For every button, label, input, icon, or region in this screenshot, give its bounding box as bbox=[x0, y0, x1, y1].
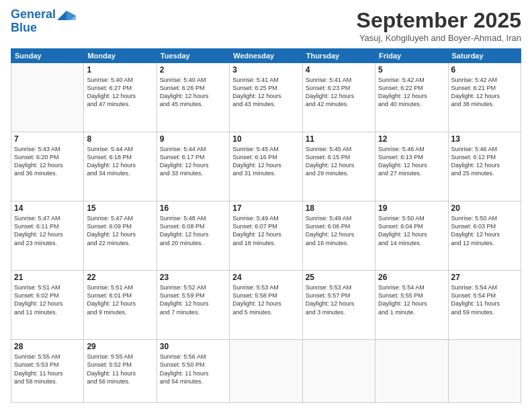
weekday-header-tuesday: Tuesday bbox=[157, 49, 229, 63]
calendar-cell: 29Sunrise: 5:55 AM Sunset: 5:52 PM Dayli… bbox=[84, 340, 157, 403]
cell-info: Sunrise: 5:40 AM Sunset: 6:27 PM Dayligh… bbox=[87, 76, 153, 109]
calendar-cell: 23Sunrise: 5:52 AM Sunset: 5:59 PM Dayli… bbox=[157, 271, 229, 340]
calendar-cell: 8Sunrise: 5:44 AM Sunset: 6:18 PM Daylig… bbox=[84, 132, 157, 201]
day-number: 25 bbox=[306, 273, 372, 282]
cell-info: Sunrise: 5:50 AM Sunset: 6:04 PM Dayligh… bbox=[378, 214, 445, 247]
cell-info: Sunrise: 5:54 AM Sunset: 5:54 PM Dayligh… bbox=[451, 283, 518, 316]
calendar-cell: 1Sunrise: 5:40 AM Sunset: 6:27 PM Daylig… bbox=[84, 63, 157, 132]
month-title: September 2025 bbox=[357, 8, 521, 33]
weekday-header-saturday: Saturday bbox=[448, 49, 521, 63]
weekday-header-thursday: Thursday bbox=[302, 49, 375, 63]
calendar-cell: 21Sunrise: 5:51 AM Sunset: 6:02 PM Dayli… bbox=[11, 271, 84, 340]
calendar-cell: 13Sunrise: 5:46 AM Sunset: 6:12 PM Dayli… bbox=[448, 132, 521, 201]
day-number: 2 bbox=[160, 65, 226, 75]
day-number: 14 bbox=[14, 203, 81, 213]
weekday-header-sunday: Sunday bbox=[11, 49, 84, 63]
day-number: 24 bbox=[232, 273, 299, 282]
weekday-header-row: SundayMondayTuesdayWednesdayThursdayFrid… bbox=[11, 49, 521, 63]
calendar-week-row: 28Sunrise: 5:55 AM Sunset: 5:53 PM Dayli… bbox=[11, 340, 521, 403]
cell-info: Sunrise: 5:46 AM Sunset: 6:13 PM Dayligh… bbox=[378, 145, 445, 178]
calendar-cell: 24Sunrise: 5:53 AM Sunset: 5:58 PM Dayli… bbox=[230, 271, 302, 340]
logo-icon bbox=[57, 11, 76, 20]
cell-info: Sunrise: 5:47 AM Sunset: 6:11 PM Dayligh… bbox=[14, 214, 81, 247]
weekday-header-monday: Monday bbox=[84, 49, 157, 63]
calendar-cell: 2Sunrise: 5:40 AM Sunset: 6:26 PM Daylig… bbox=[157, 63, 229, 132]
calendar-cell: 6Sunrise: 5:42 AM Sunset: 6:21 PM Daylig… bbox=[448, 63, 521, 132]
weekday-header-wednesday: Wednesday bbox=[230, 49, 302, 63]
cell-info: Sunrise: 5:51 AM Sunset: 6:02 PM Dayligh… bbox=[14, 283, 81, 316]
calendar-cell bbox=[11, 63, 84, 132]
cell-info: Sunrise: 5:45 AM Sunset: 6:16 PM Dayligh… bbox=[232, 145, 299, 178]
calendar-cell: 5Sunrise: 5:42 AM Sunset: 6:22 PM Daylig… bbox=[375, 63, 448, 132]
cell-info: Sunrise: 5:47 AM Sunset: 6:09 PM Dayligh… bbox=[87, 214, 153, 247]
day-number: 22 bbox=[87, 273, 153, 282]
title-block: September 2025 Yasuj, Kohgiluyeh and Boy… bbox=[357, 8, 521, 43]
day-number: 10 bbox=[232, 134, 299, 144]
cell-info: Sunrise: 5:42 AM Sunset: 6:21 PM Dayligh… bbox=[451, 76, 518, 109]
calendar-cell: 28Sunrise: 5:55 AM Sunset: 5:53 PM Dayli… bbox=[11, 340, 84, 403]
day-number: 23 bbox=[160, 273, 226, 282]
calendar-cell: 22Sunrise: 5:51 AM Sunset: 6:01 PM Dayli… bbox=[84, 271, 157, 340]
cell-info: Sunrise: 5:40 AM Sunset: 6:26 PM Dayligh… bbox=[160, 76, 226, 109]
calendar-cell: 26Sunrise: 5:54 AM Sunset: 5:55 PM Dayli… bbox=[375, 271, 448, 340]
logo: General Blue bbox=[11, 8, 76, 35]
day-number: 15 bbox=[87, 203, 153, 213]
calendar-cell: 16Sunrise: 5:48 AM Sunset: 6:08 PM Dayli… bbox=[157, 201, 229, 271]
cell-info: Sunrise: 5:55 AM Sunset: 5:53 PM Dayligh… bbox=[14, 353, 81, 385]
cell-info: Sunrise: 5:56 AM Sunset: 5:50 PM Dayligh… bbox=[160, 353, 226, 385]
day-number: 4 bbox=[306, 65, 372, 75]
day-number: 18 bbox=[306, 203, 372, 213]
calendar-cell: 30Sunrise: 5:56 AM Sunset: 5:50 PM Dayli… bbox=[157, 340, 229, 403]
day-number: 8 bbox=[87, 134, 153, 144]
day-number: 5 bbox=[378, 65, 445, 75]
calendar-cell bbox=[375, 340, 448, 403]
calendar-cell: 9Sunrise: 5:44 AM Sunset: 6:17 PM Daylig… bbox=[157, 132, 229, 201]
cell-info: Sunrise: 5:53 AM Sunset: 5:58 PM Dayligh… bbox=[232, 283, 299, 316]
calendar-cell: 11Sunrise: 5:45 AM Sunset: 6:15 PM Dayli… bbox=[302, 132, 375, 201]
calendar-cell: 15Sunrise: 5:47 AM Sunset: 6:09 PM Dayli… bbox=[84, 201, 157, 271]
logo-text: General bbox=[11, 8, 56, 21]
cell-info: Sunrise: 5:50 AM Sunset: 6:03 PM Dayligh… bbox=[451, 214, 518, 247]
cell-info: Sunrise: 5:49 AM Sunset: 6:06 PM Dayligh… bbox=[306, 214, 372, 247]
day-number: 27 bbox=[451, 273, 518, 282]
day-number: 19 bbox=[378, 203, 445, 213]
day-number: 30 bbox=[160, 342, 226, 351]
calendar-week-row: 21Sunrise: 5:51 AM Sunset: 6:02 PM Dayli… bbox=[11, 271, 521, 340]
calendar-cell: 12Sunrise: 5:46 AM Sunset: 6:13 PM Dayli… bbox=[375, 132, 448, 201]
weekday-header-friday: Friday bbox=[375, 49, 448, 63]
calendar-cell: 19Sunrise: 5:50 AM Sunset: 6:04 PM Dayli… bbox=[375, 201, 448, 271]
day-number: 16 bbox=[160, 203, 226, 213]
calendar-cell bbox=[448, 340, 521, 403]
cell-info: Sunrise: 5:41 AM Sunset: 6:23 PM Dayligh… bbox=[306, 76, 372, 109]
day-number: 7 bbox=[14, 134, 81, 144]
calendar-cell: 10Sunrise: 5:45 AM Sunset: 6:16 PM Dayli… bbox=[230, 132, 302, 201]
day-number: 13 bbox=[451, 134, 518, 144]
cell-info: Sunrise: 5:49 AM Sunset: 6:07 PM Dayligh… bbox=[232, 214, 299, 247]
calendar-cell: 7Sunrise: 5:43 AM Sunset: 6:20 PM Daylig… bbox=[11, 132, 84, 201]
calendar-cell: 18Sunrise: 5:49 AM Sunset: 6:06 PM Dayli… bbox=[302, 201, 375, 271]
day-number: 3 bbox=[232, 65, 299, 75]
cell-info: Sunrise: 5:52 AM Sunset: 5:59 PM Dayligh… bbox=[160, 283, 226, 316]
cell-info: Sunrise: 5:41 AM Sunset: 6:25 PM Dayligh… bbox=[232, 76, 299, 109]
day-number: 20 bbox=[451, 203, 518, 213]
day-number: 29 bbox=[87, 342, 153, 351]
cell-info: Sunrise: 5:42 AM Sunset: 6:22 PM Dayligh… bbox=[378, 76, 445, 109]
cell-info: Sunrise: 5:43 AM Sunset: 6:20 PM Dayligh… bbox=[14, 145, 81, 178]
day-number: 26 bbox=[378, 273, 445, 282]
day-number: 1 bbox=[87, 65, 153, 75]
day-number: 17 bbox=[232, 203, 299, 213]
cell-info: Sunrise: 5:48 AM Sunset: 6:08 PM Dayligh… bbox=[160, 214, 226, 247]
cell-info: Sunrise: 5:45 AM Sunset: 6:15 PM Dayligh… bbox=[306, 145, 372, 178]
calendar-cell: 25Sunrise: 5:53 AM Sunset: 5:57 PM Dayli… bbox=[302, 271, 375, 340]
calendar-table: SundayMondayTuesdayWednesdayThursdayFrid… bbox=[11, 48, 521, 403]
day-number: 12 bbox=[378, 134, 445, 144]
page: General Blue September 2025 Yasuj, Kohgi… bbox=[0, 0, 532, 411]
location-subtitle: Yasuj, Kohgiluyeh and Boyer-Ahmad, Iran bbox=[357, 33, 521, 43]
calendar-week-row: 7Sunrise: 5:43 AM Sunset: 6:20 PM Daylig… bbox=[11, 132, 521, 201]
calendar-week-row: 1Sunrise: 5:40 AM Sunset: 6:27 PM Daylig… bbox=[11, 63, 521, 132]
day-number: 28 bbox=[14, 342, 81, 351]
cell-info: Sunrise: 5:51 AM Sunset: 6:01 PM Dayligh… bbox=[87, 283, 153, 316]
logo-blue-text: Blue bbox=[11, 21, 37, 35]
day-number: 21 bbox=[14, 273, 81, 282]
header: General Blue September 2025 Yasuj, Kohgi… bbox=[11, 8, 521, 43]
